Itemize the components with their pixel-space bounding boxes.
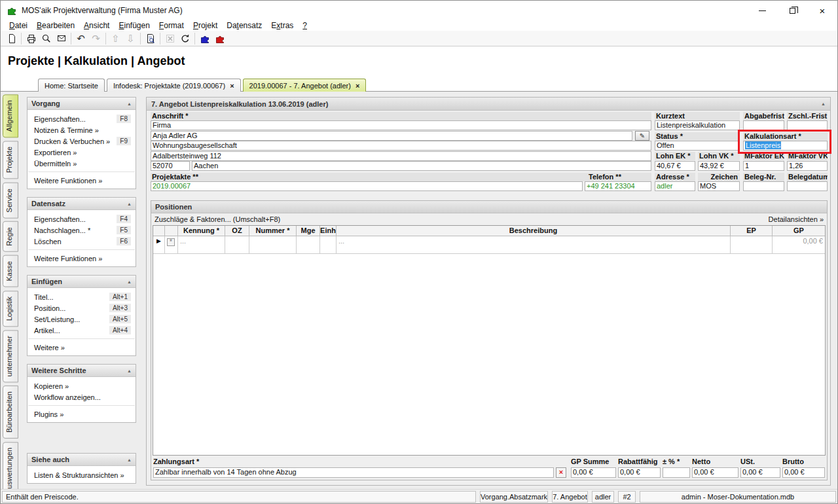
sidebar-item-eigenschaften-datensatz[interactable]: Eigenschaften...F4 [27, 213, 136, 225]
sidebar-item-weitere-funktionen-datensatz[interactable]: Weitere Funktionen » [27, 253, 136, 264]
move-up-button[interactable]: ⇧ [108, 31, 123, 45]
print-preview-button[interactable] [39, 31, 54, 45]
tab-home-startseite[interactable]: Home: Startseite [38, 79, 105, 92]
sidebar-item-set-leistung[interactable]: Set/Leistung...Alt+5 [27, 314, 136, 325]
menu-format[interactable]: Format [155, 21, 189, 30]
plz-field[interactable]: 52070 [151, 161, 190, 171]
address-edit-button[interactable]: ✎ [635, 131, 649, 141]
brutto-field[interactable]: 0,00 € [782, 467, 825, 478]
table-row[interactable]: ▶ * ... ... 0,00 € [153, 236, 825, 254]
anschrift-strasse-field[interactable]: Adalbertsteinweg 112 [151, 151, 651, 161]
tab-close-icon[interactable]: × [355, 82, 359, 89]
refresh-button[interactable] [177, 31, 192, 45]
vtab-unternehmer[interactable]: unternehmer [3, 330, 18, 382]
detailansichten-link[interactable]: Detailansichten » [769, 215, 824, 223]
section-header-siehe-auch[interactable]: Siehe auch ▲ [27, 454, 136, 466]
zeichen-field[interactable]: MOS [698, 181, 740, 191]
beleg-nr-field[interactable] [743, 181, 784, 191]
close-button[interactable]: × [807, 1, 837, 20]
telefon-field[interactable]: +49 241 23304 [585, 181, 651, 191]
mge-cell[interactable] [297, 236, 320, 254]
projektakte-field[interactable]: 2019.00067 [151, 181, 583, 191]
menu-datensatz[interactable]: Datensatz [222, 21, 266, 30]
mfaktor-ek-field[interactable]: 1 [743, 161, 784, 171]
oz-cell[interactable] [225, 236, 249, 254]
vtab-kasse[interactable]: Kasse [3, 255, 18, 287]
sidebar-item-titel[interactable]: Titel...Alt+1 [27, 291, 136, 302]
document-header[interactable]: 7. Angebot Listenpreiskalkulation 13.06.… [147, 98, 830, 111]
menu-datei[interactable]: Datei [5, 21, 32, 30]
kalkulationsart-field[interactable]: Listenpreis [743, 141, 828, 151]
ust-field[interactable]: 0,00 € [740, 467, 780, 478]
vtab-logistik[interactable]: Logistik [3, 291, 18, 327]
tab-angebot-active[interactable]: 2019.00067 - 7. Angebot (adler) × [243, 79, 367, 92]
sidebar-item-weitere[interactable]: Weitere » [27, 342, 136, 353]
cancel-button[interactable] [162, 31, 177, 45]
vtab-regie[interactable]: Regie [3, 221, 18, 252]
sidebar-item-workflow-anzeigen[interactable]: Workflow anzeigen... [27, 391, 136, 403]
ort-field[interactable]: Aachen [192, 161, 651, 171]
belegdatum-field[interactable] [787, 181, 828, 191]
sidebar-item-position[interactable]: Position...Alt+3 [27, 302, 136, 314]
kennung-cell[interactable]: ... [178, 236, 225, 254]
gp-cell[interactable]: 0,00 € [773, 236, 825, 254]
menu-ansicht[interactable]: Ansicht [79, 21, 114, 30]
zuschlaege-faktoren-link[interactable]: Zuschläge & Faktoren... (Umschalt+F8) [155, 215, 280, 223]
beschreibung-cell[interactable]: ... [337, 236, 731, 254]
ep-cell[interactable] [731, 236, 773, 254]
vtab-bueroarbeiten[interactable]: Büroarbeiten [3, 386, 18, 439]
einh-cell[interactable] [320, 236, 337, 254]
tab-infodesk-projektakte[interactable]: Infodesk: Projektakte (2019.00067) × [107, 79, 241, 92]
sidebar-item-weitere-funktionen-vorgang[interactable]: Weitere Funktionen » [27, 175, 136, 186]
report-preview-button[interactable] [143, 31, 158, 45]
row-type-cell[interactable]: * [165, 236, 178, 254]
abgabefrist-field[interactable] [743, 120, 784, 130]
sidebar-item-artikel[interactable]: Artikel...Alt+4 [27, 325, 136, 336]
sidebar-item-notizen-termine[interactable]: Notizen & Termine » [27, 124, 136, 135]
zschl-frist-field[interactable] [787, 120, 828, 130]
sidebar-item-loeschen[interactable]: LöschenF6 [27, 236, 136, 247]
vtab-projekte[interactable]: Projekte [3, 141, 18, 179]
print-button[interactable] [24, 31, 39, 45]
mfaktor-vk-field[interactable]: 1,26 [787, 161, 828, 171]
section-header-einfuegen[interactable]: Einfügen ▲ [27, 276, 136, 288]
sidebar-item-exportieren[interactable]: Exportieren » [27, 147, 136, 158]
new-document-button[interactable] [4, 31, 19, 45]
minimize-button[interactable] [747, 1, 777, 20]
menu-bearbeiten[interactable]: Bearbeiten [32, 21, 79, 30]
menu-extras[interactable]: Extras [266, 21, 298, 30]
netto-field[interactable]: 0,00 € [692, 467, 738, 478]
sidebar-item-uebermitteln[interactable]: Übermitteln » [27, 158, 136, 169]
section-header-vorgang[interactable]: Vorgang ▲ [27, 98, 136, 110]
sidebar-item-kopieren[interactable]: Kopieren » [27, 380, 136, 391]
status-field[interactable]: Offen [655, 141, 740, 151]
plusminus-pct-field[interactable] [663, 467, 690, 478]
vtab-service[interactable]: Service [3, 183, 18, 219]
redo-button[interactable]: ↷ [88, 31, 103, 45]
sidebar-item-nachschlagen[interactable]: Nachschlagen... *F5 [27, 225, 136, 236]
restore-button[interactable] [777, 1, 807, 20]
table-empty-area[interactable] [153, 254, 825, 455]
menu-help[interactable]: ? [298, 21, 312, 30]
nummer-cell[interactable] [249, 236, 297, 254]
plugin-red-button[interactable] [212, 31, 227, 45]
clear-zahlungsart-button[interactable]: × [556, 467, 566, 478]
sidebar-item-plugins[interactable]: Plugins » [27, 408, 136, 420]
sidebar-item-listen-strukturansichten[interactable]: Listen & Strukturansichten » [27, 469, 136, 480]
move-down-button[interactable]: ⇩ [123, 31, 138, 45]
lohn-vk-field[interactable]: 43,92 € [698, 161, 740, 171]
anschrift-name-field[interactable]: Anja Adler AG [151, 131, 632, 141]
send-mail-button[interactable] [54, 31, 69, 45]
sidebar-item-drucken-verbuchen[interactable]: Drucken & Verbuchen »F9 [27, 135, 136, 147]
adresse-field[interactable]: adler [655, 181, 695, 191]
row-marker-icon[interactable]: ▶ [153, 236, 165, 254]
vtab-allgemein[interactable]: Allgemein [3, 94, 18, 137]
section-header-datensatz[interactable]: Datensatz ▲ [27, 198, 136, 210]
anschrift-zusatz-field[interactable]: Wohnungsbaugesellschaft [151, 141, 651, 151]
zahlungsart-field[interactable]: Zahlbar innerhalb von 14 Tagen ohne Abzu… [153, 467, 554, 478]
lohn-ek-field[interactable]: 40,67 € [655, 161, 695, 171]
menu-einfuegen[interactable]: Einfügen [114, 21, 154, 30]
anschrift-firma-field[interactable]: Firma [151, 120, 651, 130]
tab-close-icon[interactable]: × [230, 82, 234, 89]
menu-projekt[interactable]: Projekt [189, 21, 222, 30]
